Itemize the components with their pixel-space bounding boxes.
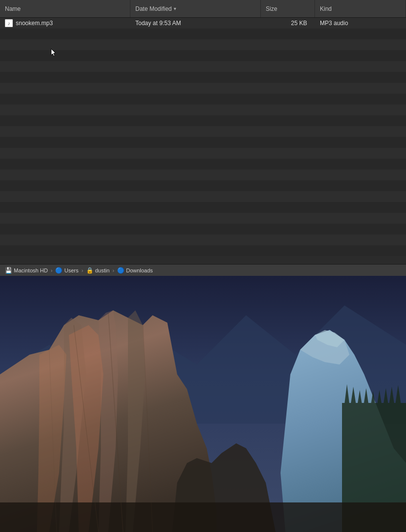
file-list: ♪ snookem.mp3 Today at 9:53 AM 25 KB MP3… [0,18,406,264]
table-row [0,245,406,256]
table-row [0,115,406,126]
mp3-file-icon: ♪ [5,19,13,27]
table-row [0,191,406,202]
col-header-date[interactable]: Date Modified ▾ [130,0,261,17]
desktop-wallpaper [0,276,406,532]
breadcrumb-icon-1: 🔵 [56,267,62,274]
table-row [0,94,406,104]
breadcrumb-label-3[interactable]: Downloads [126,267,153,273]
breadcrumb-icon-0: 💾 [5,267,12,274]
table-row [0,50,406,61]
table-row [0,213,406,224]
file-kind: MP3 audio [320,20,348,27]
file-date: Today at 9:53 AM [135,20,181,27]
breadcrumb-sep-1: › [81,267,83,273]
breadcrumb-icon-2: 🔒 [86,267,93,274]
breadcrumb-sep-2: › [113,267,115,273]
table-row [0,137,406,148]
table-row [0,61,406,72]
col-header-kind[interactable]: Kind [315,0,406,17]
table-row[interactable]: ♪ snookem.mp3 Today at 9:53 AM 25 KB MP3… [0,18,406,29]
table-row [0,224,406,234]
col-header-size[interactable]: Size [261,0,315,17]
table-row [0,72,406,83]
table-row [0,126,406,137]
breadcrumb-label-1[interactable]: Users [64,267,79,273]
table-row [0,29,406,39]
sort-arrow-icon: ▾ [174,6,176,11]
table-row [0,159,406,169]
table-row [0,104,406,115]
table-row [0,202,406,213]
table-row [0,148,406,159]
col-header-name[interactable]: Name [0,0,130,17]
table-row [0,169,406,180]
breadcrumb-icon-3: 🔵 [117,267,124,274]
breadcrumb-label-0[interactable]: Macintosh HD [14,267,48,273]
column-headers: Name Date Modified ▾ Size Kind [0,0,406,18]
svg-rect-22 [0,502,406,532]
table-row [0,83,406,94]
file-name: snookem.mp3 [16,20,53,27]
table-row [0,180,406,191]
file-size: 25 KB [291,20,307,27]
breadcrumb-label-2[interactable]: dustin [95,267,109,273]
finder-window: Name Date Modified ▾ Size Kind ♪ snookem… [0,0,406,276]
table-row [0,39,406,50]
status-bar: 💾 Macintosh HD › 🔵 Users › 🔒 dustin › 🔵 … [0,264,406,276]
breadcrumb-sep-0: › [51,267,53,273]
table-row [0,234,406,245]
